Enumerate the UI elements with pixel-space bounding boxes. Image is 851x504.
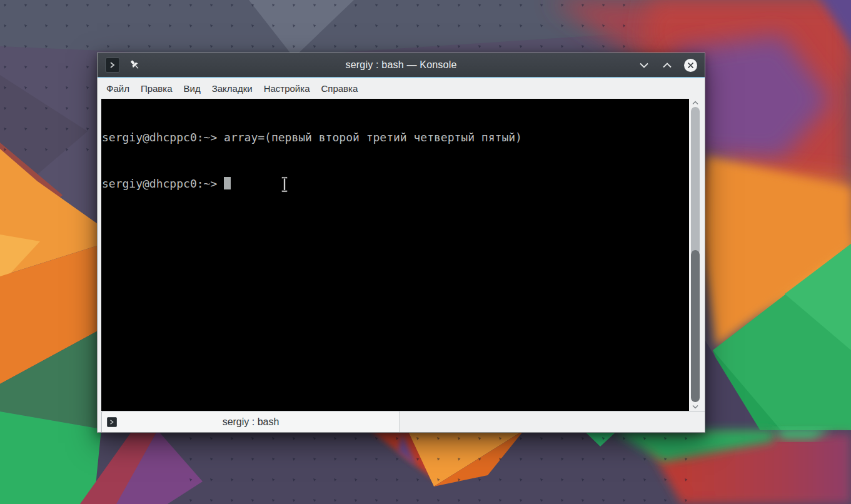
menu-item-view[interactable]: Вид (178, 78, 206, 99)
chevron-up-icon (663, 63, 672, 68)
menu-item-bookmarks[interactable]: Закладки (206, 78, 258, 99)
terminal-output[interactable]: sergiy@dhcppc0:~> array=(первый второй т… (101, 99, 689, 411)
scrollbar-track-segment[interactable] (691, 107, 700, 255)
terminal-chevron-glyph (109, 62, 116, 68)
menubar: Файл Правка Вид Закладки Настройка Справ… (98, 78, 705, 99)
terminal-prompt: sergiy@dhcppc0:~> (102, 177, 217, 190)
scrollbar-up-icon[interactable] (692, 101, 698, 105)
terminal-block-cursor (224, 177, 231, 189)
desktop: sergiy : bash — Konsole (0, 0, 851, 504)
titlebar[interactable]: sergiy : bash — Konsole (98, 53, 705, 77)
terminal-line: sergiy@dhcppc0:~> array=(первый второй т… (102, 130, 689, 145)
text-ibeam-cursor (279, 176, 290, 195)
konsole-app-icon (105, 58, 120, 73)
window-title: sergiy : bash — Konsole (173, 59, 630, 71)
tab-terminal-icon (107, 417, 117, 427)
tabbar-empty-space (400, 411, 705, 432)
tab-sergiy-bash[interactable]: sergiy : bash (101, 411, 400, 432)
konsole-window: sergiy : bash — Konsole (97, 53, 705, 433)
menu-item-settings[interactable]: Настройка (258, 78, 316, 99)
chevron-down-icon (640, 63, 648, 68)
close-button[interactable] (683, 58, 697, 72)
terminal-prompt-line: sergiy@dhcppc0:~> (102, 175, 689, 190)
maximize-button[interactable] (660, 58, 674, 72)
menu-item-edit[interactable]: Правка (135, 78, 178, 99)
menu-item-help[interactable]: Справка (315, 78, 363, 99)
tab-label: sergiy : bash (223, 416, 279, 428)
terminal-area: sergiy@dhcppc0:~> array=(первый второй т… (98, 99, 705, 411)
scrollbar-down-icon[interactable] (692, 405, 698, 409)
menu-item-file[interactable]: Файл (101, 78, 135, 99)
tabbar: sergiy : bash (98, 411, 705, 432)
minimize-button[interactable] (637, 58, 651, 72)
pin-icon[interactable] (129, 59, 140, 71)
window-controls (637, 58, 697, 72)
close-icon (684, 59, 697, 72)
scrollbar-thumb[interactable] (691, 250, 700, 402)
terminal-scrollbar[interactable] (689, 99, 702, 411)
